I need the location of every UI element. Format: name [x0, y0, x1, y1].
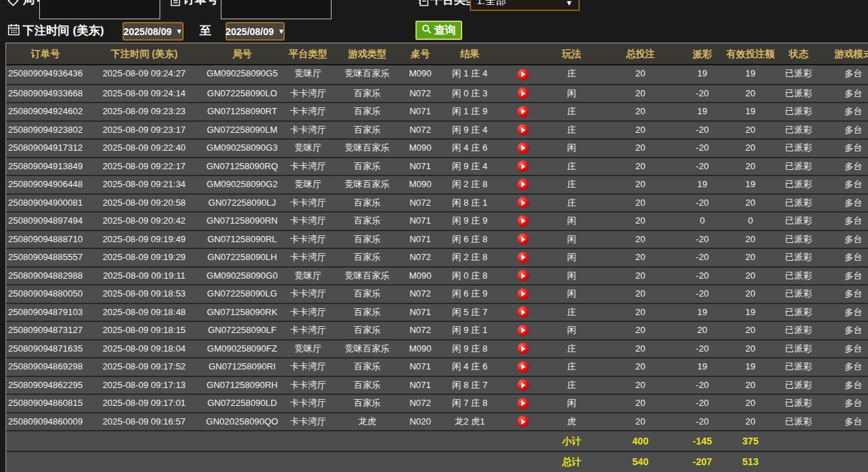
result-cell: 闲 7 庄 8: [442, 395, 498, 412]
platform-cell: 竞咪厅: [281, 268, 336, 285]
platform-cell: 卡卡湾厅: [281, 122, 336, 139]
replay-icon[interactable]: [517, 252, 529, 264]
play-triangle-icon: [521, 291, 525, 297]
table-no-cell: M090: [399, 65, 442, 84]
table-row: 2508090949238022025-08-09 09:23:17GN0722…: [6, 120, 868, 139]
status-cell: 已派彩: [781, 358, 816, 376]
result-cell: 闲 2 庄 8: [442, 176, 498, 193]
play-cell: 闲: [547, 322, 596, 339]
bet-time-cell: 2025-08-09 09:19:11: [85, 268, 204, 285]
order-input[interactable]: [221, 0, 332, 19]
replay-icon[interactable]: [517, 233, 529, 245]
replay-cell: [498, 140, 547, 157]
replay-icon[interactable]: [517, 343, 529, 354]
query-button[interactable]: 查询: [415, 21, 462, 40]
play-cell: 总计: [547, 452, 596, 472]
table-row: 2508090948600092025-08-09 09:16:57GN0202…: [6, 412, 868, 431]
table-no-cell: [399, 452, 442, 472]
play-triangle-icon: [521, 91, 525, 96]
order-id-cell: 250809094869298: [6, 358, 85, 376]
replay-icon[interactable]: [517, 160, 529, 172]
replay-icon[interactable]: [517, 124, 529, 136]
table-row: 2508090948608152025-08-09 09:17:01GN0722…: [6, 394, 868, 412]
replay-cell: [498, 176, 547, 193]
replay-cell: [498, 395, 547, 412]
round-input[interactable]: [39, 0, 160, 19]
replay-icon[interactable]: [517, 197, 529, 208]
game-mode-cell: 多台: [816, 286, 868, 303]
replay-icon[interactable]: [517, 179, 529, 191]
table-no-cell: M090: [399, 268, 442, 285]
result-cell: 闲 6 庄 9: [442, 286, 498, 303]
betting-records-page: { "filters": { "round_label": "局号", "rou…: [0, 0, 868, 472]
date-from-button[interactable]: 2025/08/09 ▼: [122, 22, 184, 41]
status-cell: 已派彩: [781, 85, 816, 103]
platform-select[interactable]: 1:全部 ▼: [470, 0, 580, 11]
replay-cell: [498, 268, 547, 285]
play-triangle-icon: [521, 310, 525, 315]
column-header-valid-bet: 有效投注额: [719, 43, 781, 64]
order-id-cell: 250809094906448: [6, 176, 85, 193]
replay-icon[interactable]: [517, 306, 529, 318]
total-bet-cell: 20: [596, 322, 685, 339]
order-id-cell: 250809094897494: [6, 213, 85, 230]
replay-icon[interactable]: [517, 361, 529, 373]
replay-icon[interactable]: [517, 87, 529, 99]
column-header-table-no: 桌号: [399, 43, 442, 64]
payout-cell: 19: [685, 358, 719, 376]
column-header-order-id: 订单号: [6, 43, 85, 64]
replay-cell: [498, 431, 547, 451]
replay-cell: [498, 65, 547, 84]
replay-icon[interactable]: [517, 270, 529, 281]
round-id-cell: [204, 452, 281, 472]
order-id-cell: 250809094860009: [6, 414, 85, 431]
valid-bet-cell: 20: [719, 395, 781, 412]
date-to-button[interactable]: 2025/08/09 ▼: [226, 22, 285, 41]
table-header-row: 订单号下注时间 (美东)局号平台类型游戏类型桌号结果玩法总投注派彩有效投注额状态…: [6, 43, 868, 65]
query-button-label: 查询: [434, 23, 456, 38]
payout-cell: -20: [685, 85, 719, 103]
game-type-cell: 百家乐: [336, 377, 399, 394]
replay-icon[interactable]: [517, 398, 529, 409]
order-id-cell: [6, 431, 85, 451]
play-cell: 庄: [547, 377, 596, 394]
game-mode-cell: 多台: [816, 213, 868, 230]
round-id-cell: GN020258090QO: [204, 414, 281, 431]
replay-icon[interactable]: [517, 379, 529, 391]
total-bet-cell: 20: [596, 213, 685, 230]
replay-icon[interactable]: [517, 325, 529, 336]
replay-icon[interactable]: [517, 142, 529, 154]
column-header-result: 结果: [442, 43, 498, 64]
play-triangle-icon: [521, 237, 525, 242]
total-bet-cell: 20: [596, 377, 685, 394]
replay-icon[interactable]: [517, 215, 529, 227]
replay-icon[interactable]: [517, 288, 529, 300]
valid-bet-cell: 20: [719, 231, 781, 248]
result-cell: 闲 4 庄 6: [442, 358, 498, 376]
valid-bet-cell: 20: [719, 377, 781, 394]
bet-time-cell: 2025-08-09 09:22:17: [85, 158, 204, 175]
total-bet-cell: 20: [596, 395, 685, 412]
status-cell: 已派彩: [781, 341, 816, 358]
payout-cell: -20: [685, 122, 719, 139]
table-no-cell: N071: [399, 103, 442, 120]
game-mode-cell: 多台: [816, 304, 868, 321]
status-cell: 已派彩: [781, 140, 816, 157]
table-row: 2508090948692982025-08-09 09:17:52GN0712…: [6, 357, 868, 376]
replay-icon[interactable]: [517, 416, 529, 427]
order-id-cell: 250809094871635: [6, 341, 85, 358]
replay-cell: [498, 85, 547, 103]
order-label: 订单号: [183, 0, 218, 7]
replay-icon[interactable]: [517, 69, 529, 81]
game-type-cell: 百家乐: [336, 395, 399, 412]
game-mode-cell: 多台: [816, 268, 868, 285]
platform-cell: 卡卡湾厅: [281, 103, 336, 120]
replay-icon[interactable]: [517, 106, 529, 118]
bet-records-table: 订单号下注时间 (美东)局号平台类型游戏类型桌号结果玩法总投注派彩有效投注额状态…: [6, 43, 868, 472]
game-type-cell: 百家乐: [336, 195, 399, 212]
status-cell: 已派彩: [781, 395, 816, 412]
valid-bet-cell: 20: [719, 286, 781, 303]
play-cell: 庄: [547, 341, 596, 358]
valid-bet-cell: 20: [719, 85, 781, 103]
status-cell: 已派彩: [781, 176, 816, 193]
